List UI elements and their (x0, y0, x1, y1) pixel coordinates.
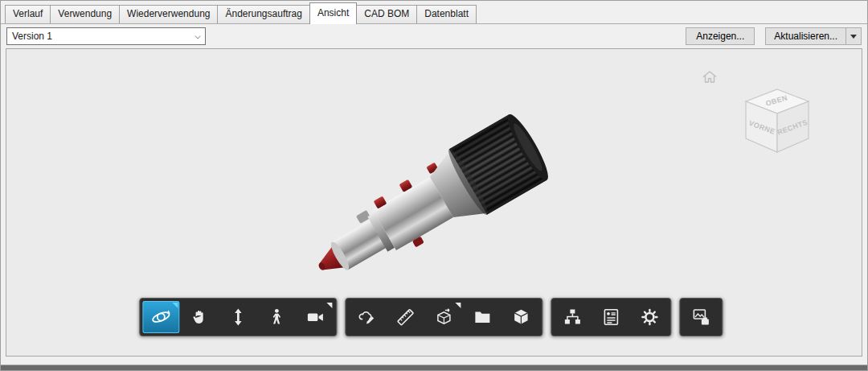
tab-wiederverwendung[interactable]: Wiederverwendung (119, 5, 218, 23)
aktualisieren-dropdown-button[interactable] (845, 27, 862, 45)
tab-verwendung[interactable]: Verwendung (50, 5, 120, 23)
section-box-button[interactable] (425, 301, 462, 333)
orbit-button[interactable] (142, 301, 179, 333)
home-view-icon[interactable] (702, 70, 718, 84)
controls-row: Version 1 ⌵ Anzeigen... Aktualisieren... (1, 24, 867, 48)
properties-button[interactable] (592, 301, 629, 333)
markup-icon (357, 307, 376, 327)
toolbar-group-output (679, 298, 723, 336)
gear-icon (640, 307, 659, 327)
tab-datenblatt[interactable]: Datenblatt (416, 5, 477, 23)
measure-button[interactable] (387, 301, 424, 333)
chevron-down-icon: ⌵ (190, 28, 205, 44)
orbit-icon (150, 307, 171, 328)
viewer-toolbar (139, 298, 723, 336)
tab-aenderungsauftrag[interactable]: Änderungsauftrag (217, 5, 309, 23)
walk-button[interactable] (258, 301, 295, 333)
camera-button[interactable] (297, 301, 334, 333)
walk-person-icon (267, 307, 286, 327)
model-structure-button[interactable] (554, 301, 591, 333)
pan-button[interactable] (181, 301, 218, 333)
flyout-indicator-icon (455, 303, 461, 308)
section-box-icon (434, 307, 453, 327)
tab-ansicht[interactable]: Ansicht (309, 2, 357, 24)
settings-button[interactable] (631, 301, 668, 333)
viewer-viewport[interactable]: OBEN VORNE RECHTS (6, 48, 862, 357)
viewcube[interactable]: OBEN VORNE RECHTS (739, 83, 815, 163)
flyout-indicator-icon (326, 303, 332, 308)
aktualisieren-button[interactable]: Aktualisieren... (765, 27, 846, 45)
tab-bar: Verlauf Verwendung Wiederverwendung Ände… (1, 1, 867, 24)
zoom-vertical-icon (228, 307, 248, 327)
tab-cad-bom[interactable]: CAD BOM (356, 5, 417, 23)
pan-hand-icon (190, 307, 209, 327)
dropdown-arrow-icon (850, 35, 857, 39)
tab-verlauf[interactable]: Verlauf (5, 5, 51, 23)
toolbar-group-navigation (139, 298, 337, 336)
window-bottom-edge (1, 365, 867, 370)
folder-icon (473, 307, 492, 327)
cube-icon (511, 307, 530, 327)
3d-model-turbine[interactable] (298, 94, 588, 303)
anzeigen-button[interactable]: Anzeigen... (686, 27, 755, 45)
model-structure-icon (563, 307, 582, 327)
zoom-button[interactable] (219, 301, 256, 333)
vault-preview-window: Verlauf Verwendung Wiederverwendung Ände… (0, 0, 868, 371)
markup-button[interactable] (348, 301, 385, 333)
flyout-indicator-icon (172, 303, 178, 308)
properties-icon (601, 307, 620, 327)
snapshot-icon (691, 307, 710, 327)
model-cube-button[interactable] (502, 301, 539, 333)
camera-icon (305, 307, 325, 327)
aktualisieren-splitbutton: Aktualisieren... (765, 27, 862, 45)
folder-button[interactable] (464, 301, 501, 333)
toolbar-group-tools (345, 298, 542, 336)
version-select-value: Version 1 (12, 31, 52, 42)
toolbar-group-panels (551, 298, 671, 336)
snapshot-button[interactable] (682, 301, 719, 333)
ruler-icon (395, 307, 415, 327)
version-select[interactable]: Version 1 ⌵ (6, 27, 206, 45)
